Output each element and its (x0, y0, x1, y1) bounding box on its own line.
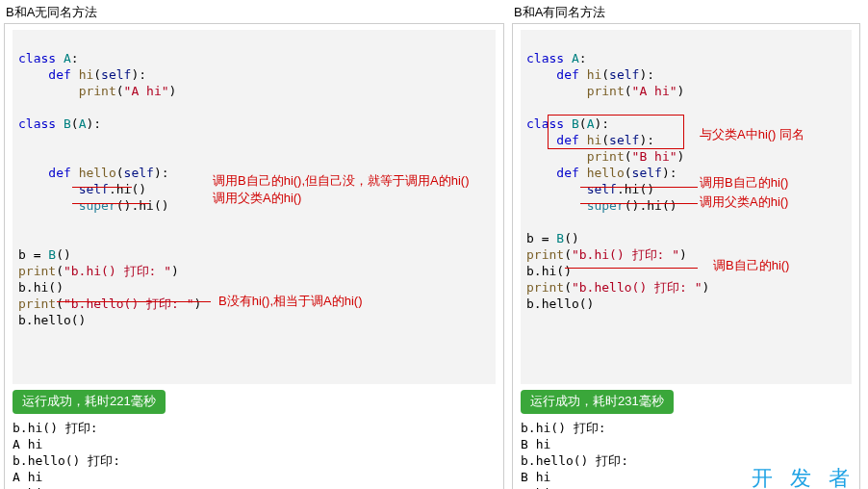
left-panel-title: B和A无同名方法 (6, 4, 504, 21)
left-code-block: class A: def hi(self): print("A hi") cla… (13, 30, 496, 384)
right-underline-self-hi (580, 187, 640, 188)
right-code-block: class A: def hi(self): print("A hi") cla… (521, 30, 852, 384)
left-anno-self-hi: 调用B自己的hi(),但自己没，就等于调用A的hi() (213, 172, 470, 189)
left-output: b.hi() 打印: A hi b.hello() 打印: A hi A hi (13, 420, 496, 489)
left-underline-super-hi (72, 203, 149, 204)
left-underline-self-hi (72, 187, 132, 188)
right-line-to-selfhi (640, 187, 698, 188)
right-underline-super-hi (580, 203, 657, 204)
right-line-to-superhi (657, 203, 698, 204)
left-anno-super-hi: 调用父类A的hi() (213, 190, 301, 206)
right-panel: class A: def hi(self): print("A hi") cla… (512, 23, 860, 489)
right-box-hi-method (548, 115, 684, 149)
right-underline-bhi (565, 268, 698, 269)
right-anno-self-hi: 调用B自己的hi() (700, 174, 788, 191)
left-panel: class A: def hi(self): print("A hi") cla… (4, 23, 504, 489)
right-anno-same-name: 与父类A中hi() 同名 (700, 126, 804, 142)
right-anno-super-hi: 调用父类A的hi() (700, 193, 788, 210)
left-anno-bhi: B没有hi(),相当于调A的hi() (218, 293, 363, 309)
left-underline-bhi (57, 301, 211, 302)
watermark: 开 发 者 DevZe.CoM (752, 467, 855, 489)
watermark-line1: 开 发 者 (752, 467, 855, 489)
right-anno-bhi: 调B自己的hi() (713, 257, 789, 273)
right-panel-title: B和A有同名方法 (514, 4, 860, 21)
